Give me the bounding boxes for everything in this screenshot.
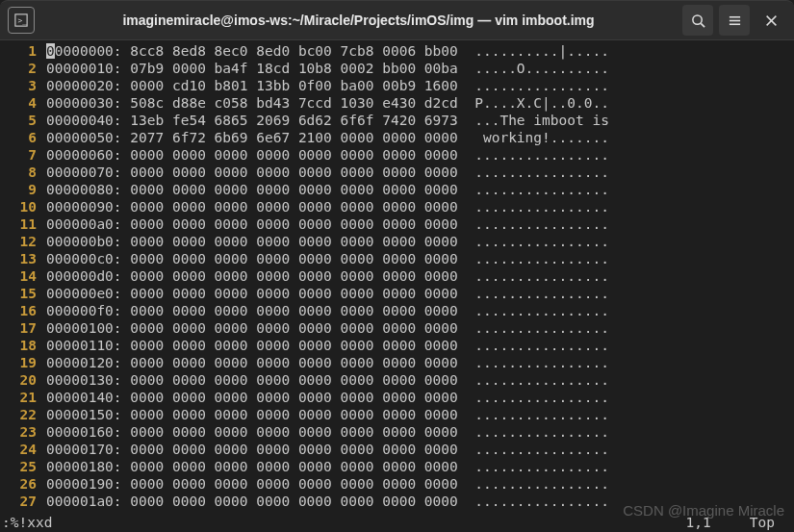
line-number: 15 <box>0 285 46 302</box>
line-number: 21 <box>0 389 46 406</box>
hex-row: 13000000c0: 0000 0000 0000 0000 0000 000… <box>0 250 794 267</box>
hex-content: 00000170: 0000 0000 0000 0000 0000 0000 … <box>46 441 609 458</box>
hex-content: 00000100: 0000 0000 0000 0000 0000 0000 … <box>46 319 609 337</box>
line-number: 25 <box>0 458 46 475</box>
close-button[interactable] <box>756 5 786 36</box>
cursor: 0 <box>46 43 55 59</box>
hex-content: 000000f0: 0000 0000 0000 0000 0000 0000 … <box>46 302 609 319</box>
line-number: 17 <box>0 319 46 337</box>
hex-content: 00000110: 0000 0000 0000 0000 0000 0000 … <box>46 337 609 354</box>
line-number: 9 <box>0 181 46 198</box>
line-number: 14 <box>0 267 46 285</box>
hex-content: 00000140: 0000 0000 0000 0000 0000 0000 … <box>46 389 609 406</box>
line-number: 19 <box>0 354 46 371</box>
hex-content: 00000120: 0000 0000 0000 0000 0000 0000 … <box>46 354 609 371</box>
editor-area[interactable]: 100000000: 8cc8 8ed8 8ec0 8ed0 bc00 7cb8… <box>0 40 794 512</box>
hex-row: 1700000100: 0000 0000 0000 0000 0000 000… <box>0 319 794 337</box>
hex-content: 000001a0: 0000 0000 0000 0000 0000 0000 … <box>46 493 609 510</box>
hex-content: 000000e0: 0000 0000 0000 0000 0000 0000 … <box>46 285 609 302</box>
hex-row: 600000050: 2077 6f72 6b69 6e67 2100 0000… <box>0 129 794 146</box>
hex-row: 900000080: 0000 0000 0000 0000 0000 0000… <box>0 181 794 198</box>
hex-content: 000000a0: 0000 0000 0000 0000 0000 0000 … <box>46 215 609 233</box>
svg-point-2 <box>692 14 701 23</box>
hex-row: 300000020: 0000 cd10 b801 13bb 0f00 ba00… <box>0 77 794 94</box>
line-number: 7 <box>0 146 46 164</box>
new-tab-button[interactable]: >_ <box>8 7 35 34</box>
hex-content: 00000080: 0000 0000 0000 0000 0000 0000 … <box>46 181 609 198</box>
svg-line-3 <box>701 23 704 27</box>
menu-button[interactable] <box>719 5 750 36</box>
hex-content: 00000030: 508c d88e c058 bd43 7ccd 1030 … <box>46 94 609 112</box>
hex-content: 00000020: 0000 cd10 b801 13bb 0f00 ba00 … <box>46 77 609 94</box>
hex-row: 1800000110: 0000 0000 0000 0000 0000 000… <box>0 337 794 354</box>
hex-row: 16000000f0: 0000 0000 0000 0000 0000 000… <box>0 302 794 319</box>
status-command: :%!xxd <box>0 515 686 532</box>
line-number: 6 <box>0 129 46 146</box>
hex-content: 00000130: 0000 0000 0000 0000 0000 0000 … <box>46 371 609 389</box>
hamburger-icon <box>728 13 742 28</box>
hex-row: 1000000090: 0000 0000 0000 0000 0000 000… <box>0 198 794 215</box>
hex-row: 2100000140: 0000 0000 0000 0000 0000 000… <box>0 389 794 406</box>
status-scroll: Top <box>750 515 794 532</box>
hex-row: 700000060: 0000 0000 0000 0000 0000 0000… <box>0 146 794 164</box>
line-number: 1 <box>0 42 46 60</box>
hex-row: 11000000a0: 0000 0000 0000 0000 0000 000… <box>0 215 794 233</box>
hex-content: 000000d0: 0000 0000 0000 0000 0000 0000 … <box>46 267 609 285</box>
hex-row: 12000000b0: 0000 0000 0000 0000 0000 000… <box>0 233 794 250</box>
status-bar: :%!xxd 1,1 Top <box>0 515 794 532</box>
close-icon <box>765 14 778 27</box>
line-number: 22 <box>0 406 46 423</box>
hex-content: 00000050: 2077 6f72 6b69 6e67 2100 0000 … <box>46 129 609 146</box>
titlebar-right <box>682 5 786 36</box>
hex-content: 00000190: 0000 0000 0000 0000 0000 0000 … <box>46 475 609 493</box>
hex-content: 00000010: 07b9 0000 ba4f 18cd 10b8 0002 … <box>46 60 609 77</box>
hex-content: 00000000: 8cc8 8ed8 8ec0 8ed0 bc00 7cb8 … <box>46 42 609 60</box>
hex-content: 000000b0: 0000 0000 0000 0000 0000 0000 … <box>46 233 609 250</box>
hex-content: 00000160: 0000 0000 0000 0000 0000 0000 … <box>46 423 609 441</box>
hex-row: 2200000150: 0000 0000 0000 0000 0000 000… <box>0 406 794 423</box>
hex-content: 00000070: 0000 0000 0000 0000 0000 0000 … <box>46 164 609 181</box>
hex-content: 00000040: 13eb fe54 6865 2069 6d62 6f6f … <box>46 112 609 129</box>
hex-row: 400000030: 508c d88e c058 bd43 7ccd 1030… <box>0 94 794 112</box>
line-number: 23 <box>0 423 46 441</box>
hex-content: 00000060: 0000 0000 0000 0000 0000 0000 … <box>46 146 609 164</box>
hex-row: 2400000170: 0000 0000 0000 0000 0000 000… <box>0 441 794 458</box>
titlebar: >_ imaginemiracle@imos-ws:~/Miracle/Proj… <box>0 0 794 40</box>
hex-row: 2000000130: 0000 0000 0000 0000 0000 000… <box>0 371 794 389</box>
window-title: imaginemiracle@imos-ws:~/Miracle/Project… <box>35 13 682 28</box>
line-number: 5 <box>0 112 46 129</box>
hex-row: 200000010: 07b9 0000 ba4f 18cd 10b8 0002… <box>0 60 794 77</box>
line-number: 8 <box>0 164 46 181</box>
line-number: 11 <box>0 215 46 233</box>
hex-row: 2600000190: 0000 0000 0000 0000 0000 000… <box>0 475 794 493</box>
line-number: 2 <box>0 60 46 77</box>
hex-row: 14000000d0: 0000 0000 0000 0000 0000 000… <box>0 267 794 285</box>
line-number: 13 <box>0 250 46 267</box>
search-button[interactable] <box>682 5 713 36</box>
hex-content: 00000150: 0000 0000 0000 0000 0000 0000 … <box>46 406 609 423</box>
hex-content: 00000180: 0000 0000 0000 0000 0000 0000 … <box>46 458 609 475</box>
hex-row: 2300000160: 0000 0000 0000 0000 0000 000… <box>0 423 794 441</box>
search-icon <box>691 13 705 28</box>
line-number: 4 <box>0 94 46 112</box>
line-number: 18 <box>0 337 46 354</box>
svg-text:>_: >_ <box>18 16 28 25</box>
line-number: 26 <box>0 475 46 493</box>
line-number: 10 <box>0 198 46 215</box>
hex-row: 500000040: 13eb fe54 6865 2069 6d62 6f6f… <box>0 112 794 129</box>
hex-row: 100000000: 8cc8 8ed8 8ec0 8ed0 bc00 7cb8… <box>0 42 794 60</box>
status-position: 1,1 <box>686 515 750 532</box>
titlebar-left: >_ <box>8 7 35 34</box>
line-number: 3 <box>0 77 46 94</box>
hex-row: 800000070: 0000 0000 0000 0000 0000 0000… <box>0 164 794 181</box>
line-number: 16 <box>0 302 46 319</box>
hex-content: 000000c0: 0000 0000 0000 0000 0000 0000 … <box>46 250 609 267</box>
hex-row: 1900000120: 0000 0000 0000 0000 0000 000… <box>0 354 794 371</box>
line-number: 20 <box>0 371 46 389</box>
line-number: 12 <box>0 233 46 250</box>
hex-row: 15000000e0: 0000 0000 0000 0000 0000 000… <box>0 285 794 302</box>
terminal-icon: >_ <box>14 13 28 27</box>
hex-content: 00000090: 0000 0000 0000 0000 0000 0000 … <box>46 198 609 215</box>
line-number: 24 <box>0 441 46 458</box>
line-number: 27 <box>0 493 46 510</box>
